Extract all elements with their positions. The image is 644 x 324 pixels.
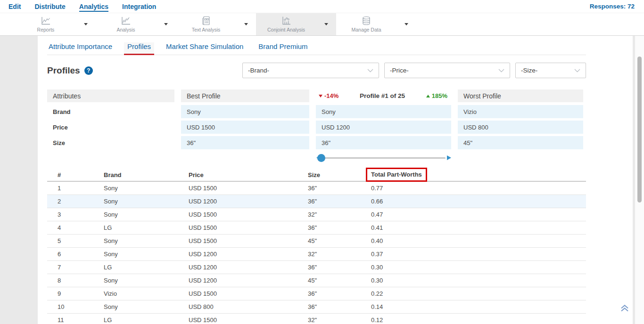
- cell-size: 36": [308, 290, 371, 297]
- conjoint-analysis-dropdown-button[interactable]: [316, 13, 336, 35]
- cell-brand: Sony: [104, 303, 189, 310]
- cell-price: USD 1500: [189, 316, 308, 324]
- nav-item-integration[interactable]: Integration: [122, 3, 156, 10]
- analysis-dropdown-button[interactable]: [156, 13, 176, 35]
- price-filter-value: -Price-: [390, 67, 409, 74]
- tab-profiles[interactable]: Profiles: [124, 42, 154, 55]
- tab-brand-premium[interactable]: Brand Premium: [255, 42, 311, 55]
- caret-down-icon: [324, 23, 328, 25]
- analysis-button[interactable]: Analysis: [96, 13, 156, 35]
- cell-size: 32": [308, 316, 371, 324]
- cell-total-part-worths: 0.77: [371, 185, 586, 192]
- cell-rank: 1: [58, 185, 104, 192]
- scroll-to-top-button[interactable]: [619, 303, 630, 315]
- cell-rank: 6: [58, 251, 104, 258]
- header-total-part-worths: Total Part-Worths: [371, 171, 422, 178]
- conjoint-analysis-button[interactable]: Conjoint Analysis: [256, 13, 316, 35]
- table-row[interactable]: 9 Vizio USD 1500 36" 0.22: [47, 287, 586, 300]
- table-row[interactable]: 8 Sony USD 1200 45" 0.30: [47, 274, 586, 287]
- cell-total-part-worths: 0.37: [371, 251, 586, 258]
- toolbar-group-manage-data: Manage Data: [336, 13, 416, 35]
- chevron-up-double-icon: [619, 303, 630, 313]
- brand-filter-select[interactable]: -Brand-: [242, 63, 379, 78]
- table-row[interactable]: 4 LG USD 1500 36" 0.41: [47, 221, 586, 235]
- selected-profile-header: -14% Profile #1 of 25 185%: [316, 89, 451, 102]
- caret-down-icon: [164, 23, 168, 25]
- cell-total-part-worths: 0.41: [371, 224, 586, 231]
- analytics-toolbar: Reports Analysis: [0, 13, 644, 36]
- cell-rank: 4: [58, 224, 104, 231]
- attributes-header: Attributes: [47, 89, 174, 102]
- worst-profile-column: Worst Profile Vizio USD 800 45": [458, 89, 583, 163]
- toolbar-group-conjoint-analysis: Conjoint Analysis: [256, 13, 336, 35]
- conjoint-tabs: Attribute Importance Profiles Market Sha…: [47, 36, 586, 55]
- cell-size: 45": [308, 277, 371, 284]
- nav-item-edit[interactable]: Edit: [8, 3, 21, 10]
- cell-rank: 5: [58, 237, 104, 244]
- header-rank: #: [58, 171, 104, 178]
- cell-brand: LG: [104, 224, 189, 231]
- nav-item-analytics[interactable]: Analytics: [79, 3, 108, 10]
- brand-filter-value: -Brand-: [248, 67, 269, 74]
- page-title: Profiles: [47, 65, 80, 76]
- worst-profile-price: USD 800: [458, 121, 583, 134]
- cell-price: USD 1200: [189, 198, 308, 205]
- vertical-scrollbar: [635, 36, 644, 324]
- profiles-table: # Brand Price Size Total Part-Worths 1 S…: [47, 169, 586, 324]
- cell-size: 32": [308, 211, 371, 218]
- table-row[interactable]: 7 LG USD 1200 36" 0.30: [47, 261, 586, 274]
- cell-total-part-worths: 0.14: [371, 303, 586, 310]
- manage-data-button[interactable]: Manage Data: [336, 13, 396, 35]
- cell-size: 32": [308, 251, 371, 258]
- title-row: Profiles ? -Brand- -Price- -Size-: [47, 63, 586, 78]
- chevron-down-icon: [498, 69, 504, 73]
- best-profile-header: Best Profile: [181, 89, 309, 102]
- profile-slider: [316, 154, 451, 163]
- attribute-label-size: Size: [47, 136, 174, 149]
- header-size: Size: [308, 171, 371, 178]
- reports-button[interactable]: Reports: [16, 13, 76, 35]
- size-filter-select[interactable]: -Size-: [515, 63, 586, 78]
- price-filter-select[interactable]: -Price-: [384, 63, 510, 78]
- text-analysis-dropdown-button[interactable]: [236, 13, 256, 35]
- triangle-down-icon: [319, 95, 322, 97]
- table-row[interactable]: 1 Sony USD 1500 36" 0.77: [47, 182, 586, 195]
- table-row[interactable]: 6 Sony USD 1200 32" 0.37: [47, 248, 586, 261]
- selected-profile-size: 36": [316, 136, 451, 149]
- tab-attribute-importance[interactable]: Attribute Importance: [47, 42, 116, 55]
- table-row[interactable]: 3 Sony USD 1500 32" 0.47: [47, 208, 586, 221]
- annotation-red-box: Total Part-Worths: [366, 168, 427, 182]
- responses-count[interactable]: Responses: 72: [590, 3, 635, 10]
- slider-track[interactable]: [319, 157, 446, 159]
- cell-brand: Sony: [104, 251, 189, 258]
- table-row[interactable]: 5 Sony USD 1500 45" 0.40: [47, 235, 586, 248]
- best-profile-size: 36": [181, 136, 309, 149]
- table-row[interactable]: 10 Sony USD 800 36" 0.14: [47, 300, 586, 314]
- increase-badge: 185%: [426, 92, 447, 99]
- table-row[interactable]: 2 Sony USD 1200 36" 0.66: [47, 195, 586, 208]
- table-row[interactable]: 11 LG USD 1500 32" 0.12: [47, 314, 586, 324]
- multi-line-chart-icon: [120, 16, 132, 26]
- cell-brand: Sony: [104, 198, 189, 205]
- cell-brand: Sony: [104, 211, 189, 218]
- cell-total-part-worths: 0.12: [371, 316, 586, 324]
- slider-right-arrow-icon[interactable]: [447, 155, 451, 160]
- manage-data-dropdown-button[interactable]: [396, 13, 416, 35]
- reports-dropdown-button[interactable]: [76, 13, 96, 35]
- tab-market-share-simulation[interactable]: Market Share Simulation: [163, 42, 247, 55]
- selected-profile-title: Profile #1 of 25: [360, 92, 405, 99]
- newspaper-icon: [200, 16, 212, 26]
- nav-item-distribute[interactable]: Distribute: [34, 3, 65, 10]
- cell-size: 36": [308, 198, 371, 205]
- scrollbar-thumb[interactable]: [637, 57, 642, 202]
- toolbar-label: Reports: [37, 27, 55, 32]
- cell-rank: 11: [58, 316, 104, 324]
- profile-comparison: Attributes Brand Price Size Best Profile…: [47, 89, 586, 163]
- cell-brand: Sony: [104, 277, 189, 284]
- text-analysis-button[interactable]: Text Analysis: [176, 13, 236, 35]
- toolbar-group-reports: Reports: [16, 13, 96, 35]
- help-icon[interactable]: ?: [84, 66, 93, 75]
- cell-price: USD 1500: [189, 290, 308, 297]
- page-canvas: Attribute Importance Profiles Market Sha…: [0, 36, 644, 324]
- slider-handle[interactable]: [317, 154, 325, 162]
